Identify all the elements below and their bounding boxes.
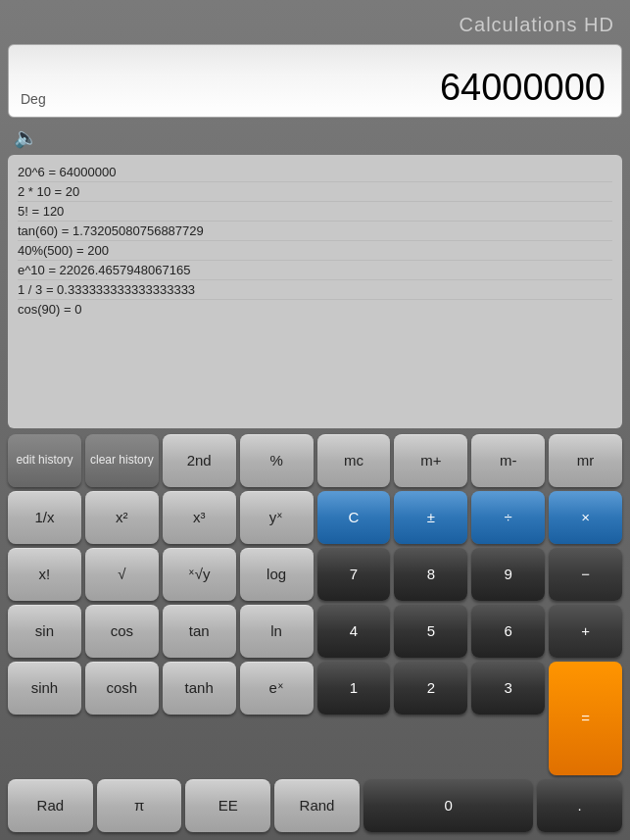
ex-button[interactable]: eˣ — [240, 662, 314, 715]
three-button[interactable]: 3 — [471, 662, 545, 715]
history-item: 5! = 120 — [18, 202, 612, 222]
history-panel: 20^6 = 64000000 2 * 10 = 20 5! = 120 tan… — [8, 155, 622, 428]
divide-button[interactable]: ÷ — [471, 491, 545, 544]
history-item: 20^6 = 64000000 — [18, 163, 612, 182]
history-item: e^10 = 22026.4657948067165 — [18, 261, 612, 280]
button-row-2: x! √ ˣ√y log 7 8 9 − — [8, 548, 622, 601]
five-button[interactable]: 5 — [394, 605, 467, 658]
one-button[interactable]: 1 — [317, 662, 391, 715]
button-row-3: sin cos tan ln 4 5 6 + — [8, 605, 622, 658]
tanh-button[interactable]: tanh — [163, 662, 236, 715]
history-item: 1 / 3 = 0.333333333333333333 — [18, 280, 612, 300]
edit-history-button[interactable]: edit history — [8, 434, 81, 487]
clear-history-button[interactable]: clear history — [85, 434, 159, 487]
seven-button[interactable]: 7 — [317, 548, 391, 601]
sqrt-button[interactable]: √ — [85, 548, 159, 601]
log-button[interactable]: log — [240, 548, 314, 601]
button-row-1: 1/x x² x³ yˣ C ± ÷ × — [8, 491, 622, 544]
rand-button[interactable]: Rand — [274, 779, 360, 832]
x-cubed-button[interactable]: x³ — [163, 491, 236, 544]
sin-button[interactable]: sin — [8, 605, 81, 658]
m-minus-button[interactable]: m- — [471, 434, 545, 487]
tan-button[interactable]: tan — [163, 605, 236, 658]
mc-button[interactable]: mc — [317, 434, 391, 487]
sound-row: 🔈 — [8, 122, 622, 153]
buttons-area: edit history clear history 2nd % mc m+ m… — [8, 434, 622, 832]
clear-button[interactable]: C — [317, 491, 391, 544]
equals-button[interactable]: = — [549, 662, 622, 775]
display-mode: Deg — [21, 91, 46, 107]
button-row-5: Rad π EE Rand 0 . — [8, 779, 622, 832]
nine-button[interactable]: 9 — [471, 548, 545, 601]
history-item: 40%(500) = 200 — [18, 241, 612, 261]
app-container: Calculations HD Deg 64000000 🔈 20^6 = 64… — [0, 0, 630, 840]
history-item: cos(90) = 0 — [18, 300, 612, 319]
ln-button[interactable]: ln — [240, 605, 314, 658]
display-value: 64000000 — [21, 51, 609, 124]
cos-button[interactable]: cos — [85, 605, 159, 658]
zero-button[interactable]: 0 — [363, 779, 533, 832]
inverse-button[interactable]: 1/x — [8, 491, 81, 544]
app-title: Calculations HD — [8, 8, 622, 40]
two-button[interactable]: 2 — [394, 662, 467, 715]
cosh-button[interactable]: cosh — [85, 662, 159, 715]
eight-button[interactable]: 8 — [394, 548, 467, 601]
plus-button[interactable]: + — [549, 605, 622, 658]
sound-icon[interactable]: 🔈 — [14, 125, 38, 149]
six-button[interactable]: 6 — [471, 605, 545, 658]
button-row-0: edit history clear history 2nd % mc m+ m… — [8, 434, 622, 487]
display-area: Deg 64000000 — [8, 44, 622, 118]
button-row-4: sinh cosh tanh eˣ 1 2 3 = — [8, 662, 622, 775]
plus-minus-button[interactable]: ± — [394, 491, 467, 544]
minus-button[interactable]: − — [549, 548, 622, 601]
xrooty-button[interactable]: ˣ√y — [163, 548, 236, 601]
ee-button[interactable]: EE — [185, 779, 270, 832]
rad-button[interactable]: Rad — [8, 779, 93, 832]
history-item: tan(60) = 1.73205080756887729 — [18, 222, 612, 241]
y-to-x-button[interactable]: yˣ — [240, 491, 314, 544]
multiply-button[interactable]: × — [549, 491, 622, 544]
factorial-button[interactable]: x! — [8, 548, 81, 601]
four-button[interactable]: 4 — [317, 605, 391, 658]
history-item: 2 * 10 = 20 — [18, 182, 612, 202]
dot-button[interactable]: . — [537, 779, 622, 832]
2nd-button[interactable]: 2nd — [163, 434, 236, 487]
percent-button[interactable]: % — [240, 434, 314, 487]
mr-button[interactable]: mr — [549, 434, 622, 487]
sinh-button[interactable]: sinh — [8, 662, 81, 715]
pi-button[interactable]: π — [97, 779, 182, 832]
m-plus-button[interactable]: m+ — [394, 434, 467, 487]
x-squared-button[interactable]: x² — [85, 491, 159, 544]
